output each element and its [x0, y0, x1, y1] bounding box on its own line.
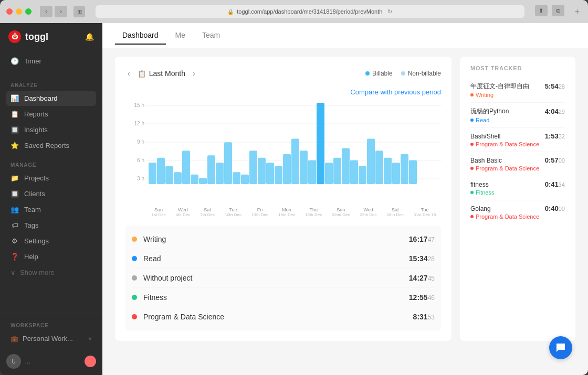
x-label-sun2: Sun 22nd Dec	[332, 207, 350, 217]
tracked-dot-1	[470, 119, 474, 122]
legend-non-billable: Non-billable	[401, 70, 441, 77]
tracked-name-2: Bash/Shell	[470, 133, 500, 140]
sidebar-item-settings[interactable]: ⚙ Settings	[6, 233, 96, 249]
tracked-item-3: Bash Basic 0:5700 Program & Data Science	[470, 152, 565, 176]
tracked-item-0: 年度征文-自律即自由 5:5428 Writing	[470, 78, 565, 103]
bar-23	[342, 148, 350, 184]
sidebar-item-tags[interactable]: 🏷 Tags	[6, 218, 96, 233]
sidebar-item-timer[interactable]: 🕐 Timer	[6, 53, 96, 69]
program-time: 8:3153	[413, 313, 435, 321]
sidebar-item-dashboard[interactable]: 📊 Dashboard	[6, 91, 96, 106]
url-bar[interactable]: 🔒 toggl.com/app/dashboard/me/3141818/per…	[96, 5, 524, 18]
x-label-wed2: Wed 25th Dec	[360, 207, 377, 217]
reload-icon[interactable]: ↻	[387, 8, 392, 15]
bar-7	[207, 155, 215, 184]
tracked-project-3: Program & Data Science	[476, 165, 539, 172]
manage-label: MANAGE	[6, 160, 96, 170]
tracked-item-1: 流畅的Python 4:0429 Read	[470, 103, 565, 128]
bar-10	[233, 172, 240, 184]
close-button[interactable]	[6, 8, 13, 15]
tab-me[interactable]: Me	[168, 27, 193, 45]
tracked-name-4: fitness	[470, 181, 489, 188]
svg-text:9 h: 9 h	[137, 139, 144, 145]
dashboard-content: ‹ 📋 Last Month ›	[102, 48, 588, 375]
back-button[interactable]: ‹	[40, 6, 52, 17]
app-body: ⏻ toggl 🔔 🕐 Timer ANALYZE 📊 Dashboard	[0, 23, 588, 375]
workspace-name: Personal Work...	[23, 335, 84, 342]
dashboard-icon: 📊	[10, 94, 19, 102]
sidebar-item-team[interactable]: 👥 Team	[6, 202, 96, 217]
no-project-name: Without project	[143, 274, 409, 282]
new-tab-button[interactable]: +	[573, 5, 582, 18]
url-text: toggl.com/app/dashboard/me/3141818/perio…	[237, 8, 382, 15]
project-fitness: Fitness 12:5546	[132, 288, 435, 307]
writing-dot	[132, 237, 137, 242]
tab-team[interactable]: Team	[195, 27, 227, 45]
calendar-icon: 📋	[138, 70, 146, 78]
sidebar-item-projects[interactable]: 📁 Projects	[6, 170, 96, 186]
maximize-button[interactable]	[25, 8, 32, 15]
sidebar-item-insights[interactable]: 🔲 Insights	[6, 122, 96, 137]
tab-dashboard[interactable]: Dashboard	[115, 27, 166, 45]
tracked-project-0: Writing	[476, 92, 494, 98]
insights-icon: 🔲	[10, 126, 19, 134]
tracked-project-4: Fitness	[476, 189, 494, 196]
period-next-button[interactable]: ›	[191, 67, 197, 80]
sidebar-item-saved-reports[interactable]: ⭐ Saved Reports	[6, 138, 96, 153]
workspace-item[interactable]: 💼 Personal Work... ∨	[6, 331, 96, 346]
bar-31	[409, 160, 417, 184]
no-project-dot	[132, 275, 137, 281]
clock-icon: 🕐	[10, 57, 19, 65]
x-label-sat2: Sat 28th Dec	[387, 207, 404, 217]
workspace-section: WORKSPACE 💼 Personal Work... ∨	[0, 314, 102, 350]
chart-legend: Billable Non-billable	[365, 70, 441, 77]
fitness-name: Fitness	[143, 293, 409, 302]
bar-16	[283, 154, 291, 184]
sidebar-reports-label: Reports	[24, 110, 48, 118]
chart-section: ‹ 📋 Last Month ›	[115, 57, 452, 341]
period-nav: ‹ 📋 Last Month ›	[125, 67, 197, 80]
sidebar-clients-label: Clients	[24, 190, 45, 198]
billable-label: Billable	[372, 70, 393, 77]
avatar: U	[6, 354, 21, 369]
writing-name: Writing	[143, 235, 409, 243]
bar-15	[275, 166, 282, 184]
forward-button[interactable]: ›	[55, 6, 67, 17]
chart-wrapper: ‹ 📋 Last Month ›	[115, 57, 452, 341]
chat-button[interactable]	[549, 336, 572, 359]
bell-icon[interactable]: 🔔	[85, 33, 94, 41]
svg-text:6 h: 6 h	[137, 157, 144, 163]
bar-17	[291, 138, 299, 184]
project-program: Program & Data Science 8:3153	[132, 307, 435, 326]
bar-11	[241, 175, 249, 184]
show-more-button[interactable]: ∨ Show more	[6, 265, 96, 280]
dashboard-header: Dashboard Me Team	[102, 23, 588, 48]
app-window: ‹ › ⊞ 🔒 toggl.com/app/dashboard/me/31418…	[0, 0, 588, 375]
tracked-project-1: Read	[476, 117, 489, 123]
compare-link[interactable]: Compare with previous period	[125, 88, 441, 96]
chat-icon	[555, 342, 566, 353]
sidebar-item-reports[interactable]: 📋 Reports	[6, 106, 96, 122]
period-text: Last Month	[149, 69, 185, 78]
main-panel: Dashboard Me Team ‹	[102, 23, 588, 375]
bar-2	[165, 166, 173, 184]
non-billable-dot	[401, 71, 405, 76]
period-prev-button[interactable]: ‹	[125, 67, 132, 80]
reports-icon: 📋	[10, 110, 19, 118]
user-section: U ...	[0, 350, 102, 375]
tabs-button[interactable]: ⧉	[552, 5, 564, 16]
sidebar-item-clients[interactable]: 🔲 Clients	[6, 186, 96, 201]
analyze-section: ANALYZE 📊 Dashboard 📋 Reports 🔲 Insights…	[0, 76, 102, 156]
minimize-button[interactable]	[16, 8, 22, 15]
chart-header: ‹ 📋 Last Month ›	[125, 67, 441, 80]
sidebar-toggle-button[interactable]: ⊞	[74, 6, 85, 17]
tracked-item-4: fitness 0:4134 Fitness	[470, 176, 565, 200]
tracked-item-2: Bash/Shell 1:5332 Program & Data Science	[470, 128, 565, 152]
tracked-name-5: Golang	[470, 205, 491, 212]
sidebar: ⏻ toggl 🔔 🕐 Timer ANALYZE 📊 Dashboard	[0, 23, 102, 375]
share-button[interactable]: ⬆	[535, 5, 548, 16]
tracked-dot-5	[470, 215, 474, 218]
no-project-time: 14:2745	[409, 274, 435, 282]
toggl-icon: ⏻	[8, 30, 21, 43]
sidebar-item-help[interactable]: ❓ Help	[6, 249, 96, 264]
